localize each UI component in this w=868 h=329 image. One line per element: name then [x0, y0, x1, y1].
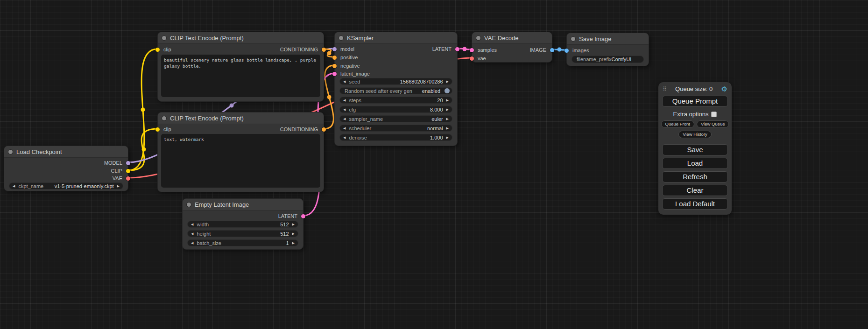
node-titlebar[interactable]: CLIP Text Encode (Prompt) — [158, 32, 324, 44]
slot-label: positive — [340, 55, 358, 60]
view-queue-button[interactable]: View Queue — [697, 120, 729, 128]
increment-arrow-icon[interactable]: ▶ — [292, 241, 295, 245]
save-button[interactable]: Save — [662, 144, 728, 155]
collapse-toggle[interactable] — [339, 36, 343, 40]
node-titlebar[interactable]: Empty Latent Image — [183, 199, 303, 210]
prompt-text-input[interactable]: text, watermark — [161, 134, 320, 188]
decrement-arrow-icon[interactable]: ◀ — [343, 98, 346, 102]
decrement-arrow-icon[interactable]: ◀ — [343, 117, 346, 120]
refresh-button[interactable]: Refresh — [662, 171, 728, 182]
widget-ckpt-name[interactable]: ◀ ckpt_name v1-5-pruned-emaonly.ckpt ▶ — [9, 182, 123, 189]
widget-value: 8.000 — [430, 107, 443, 112]
node-clip-text-encode-positive[interactable]: CLIP Text Encode (Prompt) clip CONDITION… — [157, 32, 324, 102]
node-load-checkpoint[interactable]: Load Checkpoint MODEL CLIP VAE ◀ ckpt_na… — [4, 146, 128, 191]
output-port-clip[interactable] — [126, 169, 130, 173]
widget-sampler-name[interactable]: ◀ sampler_name euler ▶ — [339, 115, 452, 122]
decrement-arrow-icon[interactable]: ◀ — [191, 241, 193, 245]
node-title: Empty Latent Image — [195, 201, 249, 208]
view-history-button[interactable]: View History — [678, 131, 712, 138]
increment-arrow-icon[interactable]: ▶ — [446, 117, 449, 120]
node-vae-decode[interactable]: VAE Decode samples vae IMAGE — [472, 32, 552, 63]
widget-denoise[interactable]: ◀ denoise 1.000 ▶ — [339, 134, 452, 141]
output-slot-clip: CLIP — [111, 167, 128, 175]
widget-height[interactable]: ◀ height 512 ▶ — [187, 230, 298, 237]
settings-gear-icon[interactable]: ⚙ — [721, 85, 727, 92]
widget-width[interactable]: ◀ width 512 ▶ — [187, 221, 298, 228]
node-titlebar[interactable]: VAE Decode — [472, 32, 552, 44]
node-save-image[interactable]: Save Image images filename_prefix ComfyU… — [566, 33, 649, 66]
output-port-conditioning[interactable] — [322, 127, 326, 132]
decrement-arrow-icon[interactable]: ◀ — [343, 136, 346, 139]
widget-steps[interactable]: ◀ steps 20 ▶ — [339, 97, 452, 104]
output-slot-latent: LATENT — [432, 45, 457, 53]
link-midpoint-dot — [557, 48, 562, 52]
node-titlebar[interactable]: Load Checkpoint — [4, 146, 128, 158]
widget-batch-size[interactable]: ◀ batch_size 1 ▶ — [187, 239, 298, 246]
input-port-positive[interactable] — [332, 56, 337, 60]
queue-prompt-button[interactable]: Queue Prompt — [662, 96, 728, 107]
decrement-arrow-icon[interactable]: ◀ — [191, 223, 193, 226]
decrement-arrow-icon[interactable]: ◀ — [343, 108, 346, 111]
increment-arrow-icon[interactable]: ▶ — [292, 232, 295, 235]
extra-options-checkbox[interactable] — [711, 112, 717, 117]
increment-arrow-icon[interactable]: ▶ — [446, 108, 449, 111]
queue-front-button[interactable]: Queue Front — [661, 120, 694, 128]
input-port-samples[interactable] — [470, 48, 474, 52]
node-ksampler[interactable]: KSampler model positive negative latent_… — [334, 32, 458, 146]
collapse-toggle[interactable] — [162, 36, 166, 40]
output-port-vae[interactable] — [126, 176, 130, 181]
input-port-images[interactable] — [565, 49, 569, 53]
increment-arrow-icon[interactable]: ▶ — [446, 98, 449, 102]
node-titlebar[interactable]: KSampler — [335, 32, 457, 44]
input-slot-negative: negative — [335, 62, 360, 70]
widget-label: denoise — [349, 135, 367, 140]
increment-arrow-icon[interactable]: ▶ — [292, 223, 295, 226]
increment-arrow-icon[interactable]: ▶ — [446, 80, 449, 83]
node-empty-latent-image[interactable]: Empty Latent Image LATENT ◀ width 512 ▶ … — [182, 198, 303, 250]
collapse-toggle[interactable] — [8, 150, 13, 154]
widget-filename-prefix[interactable]: filename_prefix ComfyUI — [572, 56, 644, 63]
slot-label: clip — [163, 47, 171, 52]
collapse-toggle[interactable] — [476, 36, 480, 40]
increment-arrow-icon[interactable]: ▶ — [446, 136, 449, 139]
input-port-model[interactable] — [332, 47, 337, 51]
decrement-arrow-icon[interactable]: ◀ — [343, 80, 346, 83]
node-title: Load Checkpoint — [16, 148, 62, 155]
node-titlebar[interactable]: CLIP Text Encode (Prompt) — [158, 112, 324, 124]
toggle-knob[interactable] — [445, 88, 450, 93]
input-port-clip[interactable] — [155, 48, 160, 52]
input-port-clip[interactable] — [155, 127, 160, 132]
history-row: View History — [658, 131, 732, 138]
node-titlebar[interactable]: Save Image — [567, 33, 649, 45]
output-port-image[interactable] — [550, 48, 554, 52]
collapse-toggle[interactable] — [162, 116, 166, 120]
load-default-button[interactable]: Load Default — [662, 198, 728, 210]
drag-handle-icon[interactable]: ⠿ — [663, 86, 667, 92]
node-title: CLIP Text Encode (Prompt) — [170, 35, 244, 42]
widget-scheduler[interactable]: ◀ scheduler normal ▶ — [339, 125, 452, 132]
increment-arrow-icon[interactable]: ▶ — [446, 126, 449, 130]
decrement-arrow-icon[interactable]: ◀ — [343, 126, 346, 130]
output-port-latent[interactable] — [301, 214, 305, 218]
output-port-conditioning[interactable] — [322, 48, 326, 52]
output-port-latent[interactable] — [455, 47, 459, 51]
input-port-negative[interactable] — [332, 64, 337, 68]
load-button[interactable]: Load — [662, 158, 728, 169]
queue-actions-row: Queue Front View Queue — [658, 120, 732, 128]
link-midpoint-dot — [230, 104, 234, 108]
widget-random-seed-toggle[interactable]: Random seed after every gen enabled — [339, 87, 452, 94]
collapse-toggle[interactable] — [187, 203, 191, 207]
prompt-text-input[interactable]: beautiful scenery nature glass bottle la… — [161, 55, 320, 97]
input-port-vae[interactable] — [470, 56, 474, 61]
decrement-arrow-icon[interactable]: ◀ — [13, 184, 15, 188]
input-port-latent-image[interactable] — [332, 72, 337, 76]
increment-arrow-icon[interactable]: ▶ — [117, 184, 120, 188]
node-clip-text-encode-negative[interactable]: CLIP Text Encode (Prompt) clip CONDITION… — [157, 112, 324, 192]
output-port-model[interactable] — [126, 161, 130, 165]
clear-button[interactable]: Clear — [662, 185, 728, 196]
widget-cfg[interactable]: ◀ cfg 8.000 ▶ — [339, 106, 452, 113]
graph-canvas[interactable]: Load Checkpoint MODEL CLIP VAE ◀ ckpt_na… — [0, 0, 868, 329]
collapse-toggle[interactable] — [571, 37, 575, 41]
widget-seed[interactable]: ◀ seed 156680208700286 ▶ — [339, 78, 452, 85]
decrement-arrow-icon[interactable]: ◀ — [191, 232, 193, 235]
